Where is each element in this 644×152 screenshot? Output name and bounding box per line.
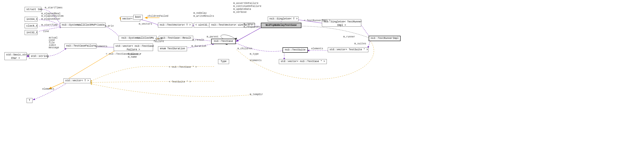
node-vec-testsuite: std::vector< TestSuite * > (328, 47, 368, 52)
label-m-children: m_children (238, 47, 252, 50)
node-struct-tms: struct tms (24, 7, 41, 12)
label-m-starttimes: m_startTimes (45, 7, 62, 9)
node-systemwall-clock: ns3::SystemWallClockMs (118, 36, 157, 41)
node-vec-testcase-failure: std::vector< ns3::TestCaseFailure > (114, 44, 153, 51)
label-m-nodelay: m_noDelay (194, 12, 207, 15)
label-m-type: m_type (250, 53, 259, 55)
label-children-failed: childrenFailed (148, 15, 168, 18)
node-std-vector-t: std::vector< T > (64, 78, 90, 83)
label-m-elapseduser: m_elapsedUser (41, 18, 60, 21)
label-ns3-testcase-ptr: < ns3::TestCase * > (169, 66, 197, 68)
label-m-parent: m_parent (207, 36, 218, 38)
node-testcase: ns3::TestCase (211, 39, 236, 44)
node-systemwall-private: ns3::SystemWallClockMsPrivate (60, 23, 106, 28)
label-m-inputs: m_inputs (244, 23, 256, 25)
label-m-runner: m_runner (343, 36, 355, 38)
svg-line-8 (236, 26, 264, 41)
svg-line-12 (368, 41, 370, 48)
node-boot: boot (134, 15, 143, 20)
label-testsuite-ptr: < TestSuite * > (169, 81, 191, 83)
label-m-tempdir: m_tempDir (250, 93, 263, 96)
svg-line-15 (66, 47, 120, 80)
label-m-continueonfailure: m_continueOnFailure (233, 5, 261, 8)
label-elements-std-vector: elements (42, 88, 54, 90)
node-vec-testcase-ptr: std::vector< ns3::TestCase * > (279, 59, 327, 64)
label-m-writeresults: m_writeResults (194, 15, 214, 18)
label-m-name: m_name (128, 56, 137, 58)
node-std-string: std::string (29, 54, 48, 59)
label-m-elapsedsystem: m_elapsedSystem (41, 15, 64, 18)
node-singleton-t: ns3::Singleton< T > (268, 17, 298, 22)
label-m-verbose: m_verbose (233, 11, 246, 14)
label-message: message (49, 46, 59, 49)
node-testrunnerimpl: ns3::TestRunnerImpl (369, 36, 400, 41)
label-m-suites: m_suites (354, 42, 366, 45)
label-m-assertonfailure: m_assertOnFailure (233, 2, 258, 5)
node-int32: int32_t (24, 30, 38, 35)
node-enum-testduration: enum TestDuration (158, 46, 187, 51)
label-m-datadir: m_dataDir (128, 53, 141, 56)
diagram-container: std::basic_string<Char > std::string str… (0, 0, 644, 152)
label-m-vectors: m_vectors (139, 23, 152, 25)
label-clock-failure: clockfailure (154, 38, 164, 43)
label-m-priv: m_priv (105, 25, 114, 27)
label-elements-testfailure: elements (96, 45, 107, 48)
label-line: line (43, 30, 49, 33)
node-testsuite: ns3::TestSuite (282, 47, 308, 53)
node-type: Type (218, 59, 229, 64)
node-basic-string: std::basic_string<Char > (4, 52, 26, 60)
label-elements-testsuite: elements (250, 59, 262, 62)
node-testvectors-t: ns3::TestVectors< T > (158, 23, 192, 28)
label-m-result: m_result (192, 39, 204, 41)
label-testrunnerimpl-ref: < TestRunnerImpl > (304, 19, 330, 22)
label-elements-vec: elements (311, 47, 323, 50)
label-m-starttime: m_startTime (41, 24, 58, 26)
label-m-duration: m_duration (192, 45, 206, 48)
label-m-responses: m_responses (244, 26, 260, 28)
node-t: T (26, 98, 32, 103)
node-int64: int64_t (24, 17, 38, 22)
node-testcase-failure: ns3::TestCaseFailure (64, 44, 96, 49)
label-m-updatedata: m_updateData (233, 8, 251, 11)
node-ns3tcpnodelay: Ns3TcpNoDelayTestCase (261, 23, 302, 28)
node-clock-t: clock_t (24, 23, 38, 28)
